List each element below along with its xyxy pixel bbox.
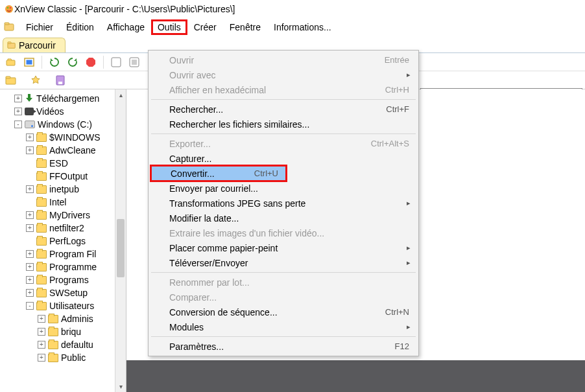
menu-item-modules[interactable]: Modules▸ <box>150 319 417 334</box>
menu-item-rechercher-les-fichiers-similaires[interactable]: Rechercher les fichiers similaires... <box>150 117 417 132</box>
tree-scrollbar[interactable]: ▴ ▾ <box>115 89 126 392</box>
menu-item-label: Téléverser/Envoyer <box>169 258 409 268</box>
expand-icon[interactable]: + <box>26 211 34 219</box>
tree-item[interactable]: +briqu <box>0 325 126 338</box>
expand-icon[interactable]: + <box>38 315 45 323</box>
menu-item-accelerator: Ctrl+F <box>386 104 409 114</box>
expand-icon[interactable]: + <box>26 250 34 258</box>
svg-point-1 <box>7 7 9 9</box>
scroll-down-icon[interactable]: ▾ <box>115 381 126 392</box>
folder-icon <box>36 211 47 220</box>
expand-icon[interactable]: + <box>38 341 45 349</box>
scroll-thumb[interactable] <box>117 219 125 277</box>
browse-tab-label: Parcourir <box>19 40 56 51</box>
tree-item-label: briqu <box>61 327 81 337</box>
expand-icon[interactable]: + <box>26 289 34 297</box>
tool-b-button[interactable] <box>127 55 141 69</box>
tree-item[interactable]: +SWSetup <box>0 286 126 299</box>
tree-item-label: FFOutput <box>49 171 88 181</box>
menu-informations-[interactable]: Informations... <box>267 19 338 35</box>
stop-button[interactable] <box>84 55 98 69</box>
menu-fen-tre[interactable]: Fenêtre <box>223 19 267 35</box>
collapse-icon[interactable]: - <box>26 302 34 310</box>
expand-icon[interactable]: + <box>26 133 34 141</box>
menu-item-envoyer-par-courriel[interactable]: Envoyer par courriel... <box>150 181 417 196</box>
expand-icon[interactable]: + <box>26 263 34 271</box>
fav-star-button[interactable] <box>29 73 43 87</box>
expand-icon[interactable]: + <box>26 224 34 232</box>
svg-rect-7 <box>6 60 15 65</box>
tree-item[interactable]: Intel <box>0 196 126 209</box>
menu--dition[interactable]: Édition <box>60 19 101 35</box>
tree-item[interactable]: ESD <box>0 157 126 170</box>
tree-item[interactable]: -Utilisateurs <box>0 299 126 312</box>
menu-item-label: Capturer... <box>169 154 409 164</box>
tree-item[interactable]: +netfilter2 <box>0 222 126 235</box>
menu-outils[interactable]: Outils <box>151 19 187 35</box>
tree-item[interactable]: PerfLogs <box>0 235 126 248</box>
tree-item[interactable]: +Programs <box>0 273 126 286</box>
refresh-cw-button[interactable] <box>47 55 62 69</box>
window-title: XnView Classic - [Parcourir - C:\Users\P… <box>14 4 235 14</box>
tree-item[interactable]: +Adminis <box>0 312 126 325</box>
tree-item[interactable]: FFOutput <box>0 170 126 183</box>
menu-item-capturer[interactable]: Capturer... <box>150 151 417 166</box>
menu-item-param-tres[interactable]: Paramètres...F12 <box>150 339 417 354</box>
open-button[interactable] <box>4 55 18 69</box>
fav-folder-a-button[interactable] <box>4 73 18 87</box>
tools-dropdown[interactable]: OuvrirEntréeOuvrir avec▸Afficher en hexa… <box>148 50 419 356</box>
menu-item-convertir[interactable]: Convertir...Ctrl+U <box>151 166 286 181</box>
expand-icon[interactable]: + <box>38 354 45 362</box>
tree-item-label: MyDrivers <box>49 210 90 220</box>
tree-item[interactable]: +$WINDOWS <box>0 131 126 144</box>
menu-item-label: Conversion de séquence... <box>169 307 385 317</box>
refresh-ccw-button[interactable] <box>66 55 80 69</box>
expand-icon[interactable]: + <box>38 328 45 336</box>
menu-fichier[interactable]: Fichier <box>19 19 60 35</box>
folder-icon <box>48 328 58 336</box>
folder-icon <box>36 172 47 181</box>
tree-item[interactable]: -Windows (C:) <box>0 118 126 131</box>
expand-icon[interactable]: + <box>14 108 22 115</box>
menu-item-transformations-jpeg-sans-perte[interactable]: Transformations JPEG sans perte▸ <box>150 196 417 211</box>
collapse-icon[interactable]: - <box>14 121 22 128</box>
menu-item-label: Afficher en hexadécimal <box>169 85 385 95</box>
menu-item-modifier-la-date[interactable]: Modifier la date... <box>150 211 417 225</box>
submenu-arrow-icon: ▸ <box>407 199 411 207</box>
tree-item[interactable]: +AdwCleane <box>0 144 126 157</box>
fullscreen-button[interactable] <box>22 55 36 69</box>
video-icon <box>25 108 34 115</box>
tree-item[interactable]: +defaultu <box>0 338 126 351</box>
menu-item-t-l-verser-envoyer[interactable]: Téléverser/Envoyer▸ <box>150 255 417 270</box>
scroll-up-icon[interactable]: ▴ <box>115 89 126 100</box>
tree-item[interactable]: +Public <box>0 351 126 364</box>
browse-tab[interactable]: Parcourir <box>3 38 66 52</box>
tree-item[interactable]: +MyDrivers <box>0 209 126 222</box>
expand-icon[interactable]: + <box>26 185 34 193</box>
fav-disk-button[interactable] <box>53 73 67 87</box>
menu-item-conversion-de-s-quence[interactable]: Conversion de séquence...Ctrl+N <box>150 305 417 319</box>
tree-item-label: Program Fil <box>49 249 96 259</box>
tree-item[interactable]: +Vidéos <box>0 105 126 118</box>
menu-cr-er[interactable]: Créer <box>187 19 223 35</box>
expand-icon[interactable]: + <box>26 146 34 154</box>
tree-item[interactable]: +Program Fil <box>0 248 126 260</box>
tree-item[interactable]: +Téléchargemen <box>0 92 126 105</box>
folder-icon <box>36 185 47 194</box>
menu-item-label: Ouvrir avec <box>169 70 409 80</box>
folder-tree[interactable]: +Téléchargemen+Vidéos-Windows (C:)+$WIND… <box>0 89 126 392</box>
svg-point-0 <box>5 5 13 13</box>
tree-item[interactable]: +Programme <box>0 260 126 273</box>
menu-item-placer-comme-papier-peint[interactable]: Placer comme papier-peint▸ <box>150 240 417 255</box>
preview-strip <box>126 360 585 392</box>
menu-item-label: Envoyer par courriel... <box>169 183 409 194</box>
window-menu-icon[interactable] <box>4 22 14 32</box>
menu-item-label: Paramètres... <box>169 341 395 352</box>
menu-affichage[interactable]: Affichage <box>101 19 151 35</box>
menu-item-rechercher[interactable]: Rechercher...Ctrl+F <box>150 102 417 117</box>
expand-icon[interactable]: + <box>14 95 22 102</box>
expand-icon[interactable]: + <box>26 276 34 284</box>
menu-separator <box>151 272 416 273</box>
tool-a-button[interactable] <box>109 55 123 69</box>
tree-item[interactable]: +inetpub <box>0 183 126 196</box>
